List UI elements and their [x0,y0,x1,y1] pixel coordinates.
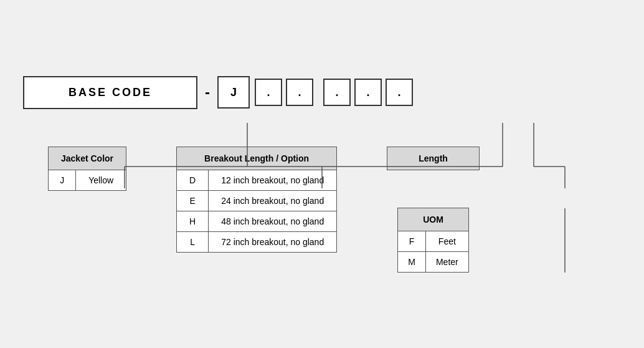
jacket-label-yellow: Yellow [76,170,126,190]
base-code-label: BASE CODE [69,86,152,99]
breakout-row-h: H 48 inch breakout, no gland [177,211,337,231]
breakout-desc-d: 12 inch breakout, no gland [209,170,337,190]
breakout-code-e: E [177,190,209,211]
jacket-row-j: J Yellow [49,170,126,190]
breakout-desc-l: 72 inch breakout, no gland [209,231,337,252]
uom-label-meter: Meter [425,251,468,272]
breakout-row-l: L 72 inch breakout, no gland [177,231,337,252]
dot-2-value: . [298,86,301,99]
j-code-value: J [230,86,237,99]
dots-group-left: . . [255,79,313,106]
length-box: Length [387,147,480,170]
breakout-code-h: H [177,211,209,231]
jacket-color-header: Jacket Color [49,147,126,170]
length-header: Length [419,153,448,163]
breakout-code-d: D [177,170,209,190]
jacket-code-j: J [49,170,76,190]
uom-header: UOM [398,208,468,231]
breakout-row-e: E 24 inch breakout, no gland [177,190,337,211]
separator: - [205,84,210,101]
breakout-code-l: L [177,231,209,252]
uom-code-m: M [398,251,426,272]
dot-1-value: . [267,86,270,99]
dot-box-1: . [255,79,282,106]
breakout-table: Breakout Length / Option D 12 inch break… [176,147,337,253]
dot-3-value: . [335,86,338,99]
jacket-color-table: Jacket Color J Yellow [48,147,126,191]
breakout-header: Breakout Length / Option [177,147,337,170]
dot-4-value: . [366,86,369,99]
diagram-container: BASE CODE - J . . . . . [23,76,621,273]
base-code-box: BASE CODE [23,76,197,109]
uom-code-f: F [398,231,426,251]
j-code-box: J [217,76,250,109]
dot-box-2: . [286,79,313,106]
dot-box-3: . [323,79,351,106]
uom-table: UOM F Feet M Meter [397,208,468,273]
length-uom-section: Length UOM F Feet M Meter [387,147,480,273]
uom-row-m: M Meter [398,251,468,272]
breakout-desc-h: 48 inch breakout, no gland [209,211,337,231]
dot-box-5: . [386,79,413,106]
uom-label-feet: Feet [425,231,468,251]
bottom-row: Jacket Color J Yellow Breakout Length / … [23,147,621,273]
uom-row-f: F Feet [398,231,468,251]
dot-box-4: . [354,79,382,106]
breakout-row-d: D 12 inch breakout, no gland [177,170,337,190]
dot-5-value: . [397,86,400,99]
breakout-desc-e: 24 inch breakout, no gland [209,190,337,211]
top-row: BASE CODE - J . . . . . [23,76,621,109]
dots-group-right: . . . [323,79,413,106]
